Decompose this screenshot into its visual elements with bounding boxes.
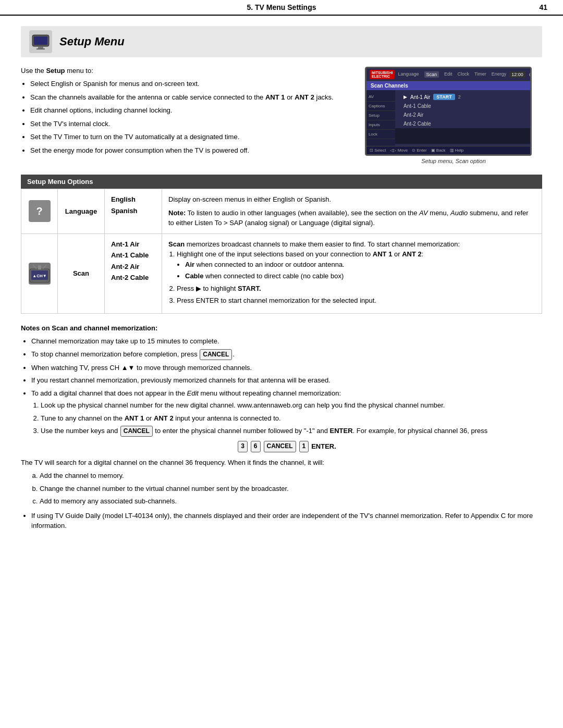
key-3: 3 (238, 441, 248, 452)
bullet-1: Select English or Spanish for menus and … (30, 79, 349, 89)
tv-channel-list: ▶ Ant-1 Air START 2 Ant-1 Cable Ant-2 Ai… (395, 90, 530, 146)
notes-bullets: Channel memorization may take up to 15 m… (31, 336, 542, 452)
language-label-cell: Language (58, 189, 105, 234)
language-label: Language (65, 207, 97, 215)
note-bullet-1: Channel memorization may take up to 15 m… (31, 336, 542, 347)
svg-rect-2 (38, 47, 43, 48)
tv-menu-scan: Scan (424, 71, 439, 78)
section-title: Setup Menu (59, 35, 125, 48)
scan-desc-intro: Scan memorizes broadcast channels to mak… (168, 239, 535, 250)
term-english: English (111, 194, 155, 205)
term-ant1cable: Ant-1 Cable (111, 250, 155, 261)
find-bullets: Add the channel to memory. Change the ch… (40, 471, 542, 507)
tv-bottom-help: ▥ Help (450, 148, 464, 153)
tv-menu-energy: Energy (492, 71, 507, 78)
note-sub-step-1: Look up the physical channel number for … (41, 400, 542, 411)
tv-menu-bar: MITSUBISHIELECTRIC Language Scan Edit Cl… (366, 68, 530, 81)
cancel-key: CANCEL (200, 349, 232, 360)
notes-heading: Notes on Scan and channel memorization: (21, 323, 542, 334)
tv-start-btn: START (433, 94, 455, 100)
tv-menu-items: Language Scan Edit Clock Timer Energy (398, 71, 506, 78)
tv-side-inputs: Inputs (366, 120, 395, 130)
term-ant1air: Ant-1 Air (111, 239, 155, 250)
scan-term-cell: Ant-1 Air Ant-1 Cable Ant-2 Air Ant-2 Ca… (105, 233, 162, 313)
find-bullet-b: Change the channel number to the virtual… (40, 484, 542, 494)
section-heading-row: Setup Menu (21, 26, 542, 57)
svg-text:▲CH▼: ▲CH▼ (32, 274, 46, 278)
scan-step1-subbullets: Air when connected to an indoor or outdo… (185, 260, 535, 281)
tv-ch-ant2cable: Ant-2 Cable (395, 119, 530, 128)
table-row-language: ? Language English Spanish Display on-sc… (21, 189, 542, 234)
note-sub-steps: Look up the physical channel number for … (41, 400, 542, 437)
bullet-5: Set the TV Timer to turn on the TV autom… (30, 132, 349, 142)
tv-ch-num: 2 (458, 94, 461, 100)
cancel-key2: CANCEL (120, 426, 153, 437)
tv-screen: MITSUBISHIELECTRIC Language Scan Edit Cl… (365, 67, 532, 156)
tv-ch-label3: Ant-2 Air (403, 112, 423, 118)
term-spanish: Spanish (111, 206, 155, 216)
scan-step-3: Press ENTER to start channel memorizatio… (177, 295, 535, 306)
options-table: ? Language English Spanish Display on-sc… (21, 189, 542, 314)
main-content: Setup Menu Use the Setup menu to: Select… (0, 16, 563, 547)
find-bullet-c: Add to memory any associated sub-channel… (40, 496, 542, 507)
tv-side-captions: Captions (366, 102, 395, 111)
language-desc: Display on-screen menus in either Englis… (168, 194, 535, 205)
tv-icon-settings: ⚙ (529, 72, 532, 78)
language-note: Note: To listen to audio in other langua… (168, 208, 535, 228)
key-1: 1 (299, 441, 309, 452)
page-number: 41 (527, 3, 547, 11)
language-term-cell: English Spanish (105, 189, 162, 234)
scan-step-2: Press ▶ to highlight START. (177, 283, 535, 294)
intro-columns: Use the Setup menu to: Select English or… (21, 67, 542, 164)
note-sub-step-2: Tune to any channel on the ANT 1 or ANT … (41, 413, 542, 424)
svg-line-6 (33, 265, 36, 269)
note-bullet-2: To stop channel memorization before comp… (31, 349, 542, 360)
term-ant2cable: Ant-2 Cable (111, 273, 155, 283)
last-bullet: If using TV Guide Daily (model LT-40134 … (31, 511, 542, 531)
scan-icon: ▲CH▼ (29, 263, 51, 285)
tv-menu-clock: Clock (458, 71, 470, 78)
svg-line-7 (43, 265, 46, 269)
after-keys-para: The TV will search for a digital channel… (21, 458, 542, 468)
tv-logo: MITSUBISHIELECTRIC (370, 70, 395, 79)
chapter-title: 5. TV Menu Settings (36, 3, 527, 11)
term-ant2air: Ant-2 Air (111, 262, 155, 272)
bullet-2: Scan the channels available for the ante… (30, 92, 349, 103)
scan-icon-cell: ▲CH▼ (21, 233, 58, 313)
svg-rect-1 (34, 36, 47, 45)
note-bullet-4: If you restart channel memorization, pre… (31, 375, 542, 386)
tv-time: 12:00 (509, 71, 525, 78)
tv-bottom-bar: ⊡ Select ◁▷ Move ⊙ Enter ▣ Back ▥ Help (366, 146, 530, 154)
tv-ch-label: Ant-1 Air (410, 94, 430, 100)
language-icon: ? (29, 200, 51, 222)
intro-para: Use the Setup menu to: (21, 67, 349, 75)
scan-desc-cell: Scan memorizes broadcast channels to mak… (162, 233, 542, 313)
tv-menu-timer: Timer (474, 71, 486, 78)
options-table-wrapper: Setup Menu Options ? Language English Sp… (21, 175, 542, 314)
tv-side-av: AV (366, 92, 395, 102)
tv-ch-label2: Ant-1 Cable (403, 103, 431, 109)
intro-right: MITSUBISHIELECTRIC Language Scan Edit Cl… (365, 67, 542, 164)
note-bullet-5: To add a digital channel that does not a… (31, 388, 542, 452)
language-icon-cell: ? (21, 189, 58, 234)
scan-sub-cable: Cable when connected to direct cable (no… (185, 271, 535, 281)
table-row-scan: ▲CH▼ Scan Ant-1 Air Ant-1 Cable Ant-2 Ai… (21, 233, 542, 313)
key-enter-label: ENTER. (311, 441, 336, 452)
bullet-3: Edit channel options, including channel … (30, 105, 349, 116)
note-sub-step-3: Use the number keys and CANCEL to enter … (41, 426, 542, 437)
scan-sub-air: Air when connected to an indoor or outdo… (185, 260, 535, 270)
image-caption: Setup menu, Scan option (365, 158, 542, 164)
key-sequence-row: 3 6 CANCEL 1 ENTER. (31, 441, 542, 452)
bullet-6: Set the energy mode for power consumptio… (30, 145, 349, 156)
svg-rect-3 (36, 48, 45, 50)
scan-label: Scan (73, 269, 89, 277)
find-bullet-a: Add the channel to memory. (40, 471, 542, 481)
scan-steps: Highlight one of the input selections ba… (177, 249, 535, 306)
section-icon (29, 30, 52, 53)
tv-main-area: AV Captions Setup Inputs Lock ▶ Ant-1 Ai… (366, 90, 530, 146)
tv-menu-edit: Edit (444, 71, 452, 78)
key-cancel: CANCEL (264, 441, 296, 452)
tv-bottom-move: ◁▷ Move (390, 148, 408, 153)
page-header: 5. TV Menu Settings 41 (0, 0, 563, 16)
last-bullet-list: If using TV Guide Daily (model LT-40134 … (31, 511, 542, 531)
